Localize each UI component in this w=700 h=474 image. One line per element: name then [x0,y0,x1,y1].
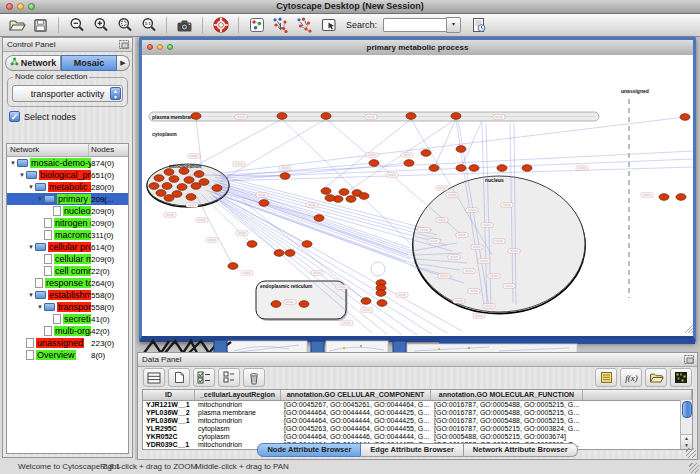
column-header-annotation-go-cellular-component[interactable]: annotation.GO CELLULAR_COMPONENT [281,390,431,400]
resize-grip[interactable] [686,448,696,458]
network-node[interactable] [376,290,386,297]
network-node[interactable] [676,194,686,201]
network-node[interactable] [421,150,431,157]
tree-row-overview[interactable]: Overview8(0) [7,349,128,361]
network-node[interactable] [179,168,189,175]
column-header-id[interactable]: ID [143,390,195,400]
attribute-batch-check-icon[interactable] [193,368,215,387]
tab-overflow-arrow[interactable]: ▶ [117,55,130,71]
import-attributes-icon[interactable] [595,368,617,387]
network-canvas[interactable]: plasma membranecytoplasmnucleusmitochond… [142,55,693,336]
search-input[interactable] [383,18,446,32]
canvas-resize-grip[interactable] [685,325,693,333]
tab-network[interactable]: Network [5,55,61,71]
network-node[interactable] [325,195,335,202]
tree-row-unassigned[interactable]: unassigned223(0) [7,337,128,349]
network-node[interactable] [194,171,204,178]
tree-column-nodes[interactable]: Nodes [89,144,128,156]
tree-row-response-to-stimulu[interactable]: response to stimulu264(0) [7,277,128,289]
open-attribute-file-icon[interactable] [645,368,667,387]
network-node[interactable] [522,165,532,172]
zoom-out-icon[interactable] [66,16,87,34]
node-color-combo[interactable]: transporter activity ▲▼ [12,85,123,102]
network-node[interactable] [164,169,174,176]
network-node[interactable] [280,173,290,180]
network-window-zoom-button[interactable] [167,44,173,50]
network-node[interactable] [164,195,174,202]
network-node[interactable] [680,114,690,121]
network-node[interactable] [277,113,287,120]
attribute-delete-icon[interactable] [243,368,265,387]
combo-stepper-icon[interactable]: ▲▼ [110,87,121,100]
network-node[interactable] [321,113,331,120]
tree-expander-icon[interactable]: ▼ [27,184,35,190]
network-node[interactable] [469,165,479,172]
column-header-annotation-go-molecular-function[interactable]: annotation.GO MOLECULAR_FUNCTION [431,390,583,400]
network-node[interactable] [274,250,284,257]
column-header--cellularlayoutregion[interactable]: _cellularLayoutRegion [195,390,281,400]
network-node[interactable] [406,113,416,120]
float-panel-icon[interactable] [119,40,129,53]
search-dropdown-arrow-icon[interactable]: ▾ [446,17,461,33]
network-node[interactable] [321,188,331,195]
table-row[interactable]: YPL036W__2plasma membrane[GO:0044464, GO… [143,409,692,417]
tree-expander-icon[interactable]: ▼ [27,292,35,298]
vizmapper-icon[interactable] [246,16,267,34]
tree-row-cellular-metabo[interactable]: cellular metabo209(0) [7,253,128,265]
open-network-icon[interactable] [6,16,27,34]
network-node[interactable] [497,165,507,172]
zoom-in-icon[interactable] [90,16,111,34]
attribute-list-icon[interactable] [218,368,240,387]
network-node[interactable] [377,300,387,307]
network-node[interactable] [154,175,164,182]
tree-row-cellular-process[interactable]: ▼cellular process614(0) [7,241,128,253]
save-session-icon[interactable] [30,16,51,34]
annotation-note-icon[interactable] [468,16,489,34]
network-node[interactable] [359,193,369,200]
app-resize-grip[interactable] [689,463,699,473]
tab-edge-attribute-browser[interactable]: Edge Attribute Browser [361,443,463,457]
table-row[interactable]: YPL036W__1mitochondrion[GO:0044464, GO:0… [143,417,692,425]
network-node[interactable] [314,215,324,222]
network-node[interactable] [302,241,312,248]
network-node[interactable] [451,113,461,120]
network-node[interactable] [162,183,172,190]
tree-row-cell-communicat[interactable]: cell communicat22(0) [7,265,128,277]
tree-row-macromolecule[interactable]: macromolecule311(0) [7,229,128,241]
network-node[interactable] [429,165,439,172]
select-nodes-checkbox[interactable]: ✓ [9,111,20,122]
table-scrollbar[interactable]: ▲▼ [680,400,692,449]
network-node[interactable] [156,190,166,197]
tree-expander-icon[interactable]: ▼ [36,196,44,202]
attribute-select-icon[interactable] [143,368,165,387]
network-node[interactable] [659,194,669,201]
column-header-empty[interactable] [583,390,692,400]
network-node[interactable] [247,241,257,248]
network-node[interactable] [191,183,201,190]
network-node[interactable] [228,263,238,270]
network-node[interactable] [177,184,187,191]
network-node[interactable] [361,298,371,305]
help-lifesaver-icon[interactable] [210,16,231,34]
float-panel-icon[interactable] [684,355,694,368]
tree-column-network[interactable]: Network [7,144,89,156]
table-row[interactable]: YJR121W__1mitochondrion[GO:0045267, GO:0… [143,401,692,409]
scrollbar-thumb[interactable] [682,401,692,418]
network-node[interactable] [285,250,295,257]
network-node[interactable] [369,160,379,167]
network-node[interactable] [184,177,194,184]
network-node[interactable] [346,196,356,203]
matrix-view-icon[interactable] [670,368,692,387]
tree-row-primary-metabol[interactable]: ▼primary metabol209(... [7,193,128,205]
tree-row-secretion[interactable]: secretion41(0) [7,313,128,325]
table-row[interactable]: YLR295Ccytoplasm[GO:0045263, GO:0044464,… [143,425,692,433]
network-node[interactable] [186,194,196,201]
network-node[interactable] [339,189,349,196]
network-node[interactable] [456,165,466,172]
zoom-fit-icon[interactable]: 1:1 [138,16,159,34]
layout-nodes-a-icon[interactable] [270,16,291,34]
tab-node-attribute-browser[interactable]: Node Attribute Browser [257,443,361,457]
tree-row-nitrogen-compo[interactable]: nitrogen compo209(0) [7,217,128,229]
network-node[interactable] [404,160,414,167]
network-window-titlebar[interactable]: primary metabolic process [142,40,693,56]
